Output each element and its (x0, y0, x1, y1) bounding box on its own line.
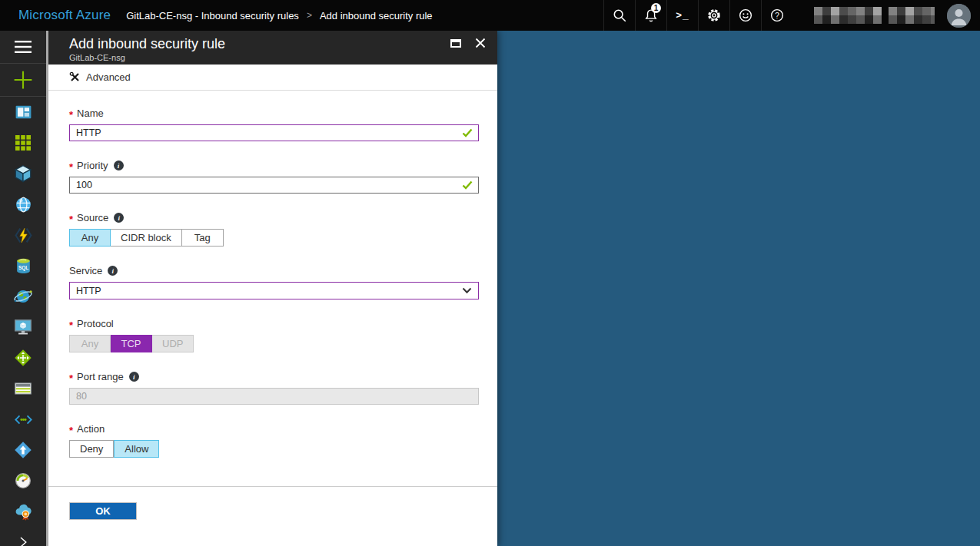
add-inbound-security-rule-blade: Add inbound security rule GitLab-CE-nsg … (48, 31, 497, 546)
storage-icon (13, 379, 33, 399)
info-icon[interactable]: i (114, 213, 124, 223)
sidebar-item-monitor[interactable] (0, 465, 46, 496)
protocol-label: Protocol (77, 318, 114, 329)
help-button[interactable]: ? (761, 0, 792, 31)
user-avatar[interactable] (947, 4, 971, 28)
sidebar-item-function-apps[interactable] (0, 220, 46, 250)
sidebar-item-sql-databases[interactable]: SQL (0, 250, 46, 281)
priority-value: 100 (76, 180, 92, 190)
required-marker: * (69, 372, 73, 384)
feedback-button[interactable] (729, 0, 761, 31)
notifications-button[interactable]: 1 (635, 0, 666, 31)
hamburger-icon (14, 40, 32, 54)
source-label: Source (77, 212, 108, 223)
sidebar-item-resource-groups[interactable] (0, 158, 46, 189)
ok-button[interactable]: OK (69, 502, 137, 520)
settings-button[interactable] (698, 0, 729, 31)
required-marker: * (69, 109, 73, 121)
sidebar-item-expand[interactable] (0, 527, 46, 546)
action-option-allow[interactable]: Allow (114, 440, 159, 458)
blade-title: Add inbound security rule (69, 35, 487, 52)
sidebar-item-azure-cosmos-db[interactable] (0, 281, 46, 312)
protocol-option-tcp: TCP (111, 335, 152, 352)
active-directory-icon (13, 440, 33, 460)
sidebar-item-menu[interactable] (0, 31, 46, 64)
advanced-button[interactable]: Advanced (69, 71, 131, 83)
close-button[interactable] (474, 38, 487, 48)
priority-label: Priority (77, 160, 108, 171)
sidebar-item-app-services[interactable] (0, 189, 46, 220)
cloud-shell-button[interactable]: >_ (666, 0, 698, 31)
priority-input[interactable]: 100 (69, 177, 479, 194)
maximize-icon (450, 39, 461, 48)
valid-checkmark-icon (462, 180, 473, 190)
monitor-gauge-icon (13, 471, 33, 491)
service-field-group: Service i HTTP (69, 265, 478, 299)
user-name-redacted (814, 7, 935, 24)
sidebar-item-all-resources[interactable] (0, 127, 46, 158)
required-marker: * (69, 213, 73, 225)
breadcrumb-item-add-rule: Add inbound security rule (320, 10, 433, 22)
blade-subtitle: GitLab-CE-nsg (69, 53, 487, 62)
cosmos-db-icon (13, 286, 33, 306)
tools-icon (69, 71, 81, 83)
sidebar-item-storage-accounts[interactable] (0, 373, 46, 404)
info-icon[interactable]: i (114, 160, 124, 170)
required-marker: * (69, 425, 73, 436)
breadcrumb-separator-icon: > (307, 10, 312, 21)
sidebar-item-dashboard[interactable] (0, 97, 46, 127)
sidebar-item-load-balancers[interactable] (0, 342, 46, 373)
priority-field-group: * Priority i 100 (69, 160, 478, 194)
person-icon (947, 4, 971, 28)
cube-icon (13, 164, 33, 184)
breadcrumb-item-nsg[interactable]: GitLab-CE-nsg - Inbound security rules (126, 10, 299, 22)
breadcrumb: GitLab-CE-nsg - Inbound security rules >… (126, 10, 432, 22)
name-value: HTTP (76, 127, 101, 138)
grid-icon (14, 134, 32, 152)
info-icon[interactable]: i (108, 266, 118, 276)
name-field-group: * Name HTTP (69, 108, 478, 141)
blade-scrollbar[interactable] (46, 31, 48, 546)
action-toggle-group: Deny Allow (69, 440, 478, 458)
left-nav: SQL (0, 31, 46, 546)
sidebar-item-virtual-networks[interactable] (0, 404, 46, 435)
blade-footer: OK (48, 486, 497, 546)
advisor-icon (13, 501, 34, 522)
blade-content: * Name HTTP * Priority i 100 (48, 91, 497, 486)
gear-icon (706, 7, 723, 24)
sidebar-item-advisor[interactable] (0, 496, 46, 527)
source-option-cidr-block[interactable]: CIDR block (111, 229, 182, 247)
help-icon: ? (769, 7, 786, 24)
service-dropdown[interactable]: HTTP (69, 282, 479, 299)
cloud-shell-icon: >_ (676, 10, 689, 22)
port-range-value: 80 (76, 391, 87, 402)
chevron-down-icon (462, 287, 472, 294)
sidebar-item-new[interactable] (0, 64, 46, 97)
virtual-network-icon (13, 409, 34, 430)
advanced-label: Advanced (86, 71, 131, 83)
valid-checkmark-icon (462, 128, 473, 137)
dashboard-icon (14, 103, 33, 122)
plus-icon (13, 70, 33, 90)
maximize-button[interactable] (450, 38, 462, 48)
sql-database-icon: SQL (14, 256, 33, 276)
topbar: Microsoft Azure GitLab-CE-nsg - Inbound … (0, 0, 980, 31)
azure-logo[interactable]: Microsoft Azure (18, 8, 111, 23)
source-toggle-group: Any CIDR block Tag (69, 229, 478, 247)
source-option-any[interactable]: Any (69, 229, 111, 247)
sidebar-item-virtual-machines[interactable] (0, 312, 46, 342)
action-option-deny[interactable]: Deny (69, 440, 114, 458)
search-button[interactable] (603, 0, 635, 31)
port-range-field-group: * Port range i 80 (69, 371, 478, 405)
name-label: Name (77, 108, 104, 119)
source-option-tag[interactable]: Tag (182, 229, 224, 247)
required-marker: * (69, 161, 73, 173)
svg-text:SQL: SQL (18, 264, 28, 270)
name-input[interactable]: HTTP (69, 124, 479, 141)
notification-badge: 1 (651, 3, 661, 13)
redacted-block (814, 7, 882, 24)
info-icon[interactable]: i (129, 372, 139, 382)
service-value: HTTP (76, 286, 101, 296)
sidebar-item-azure-active-directory[interactable] (0, 435, 46, 465)
protocol-option-udp: UDP (152, 335, 194, 352)
